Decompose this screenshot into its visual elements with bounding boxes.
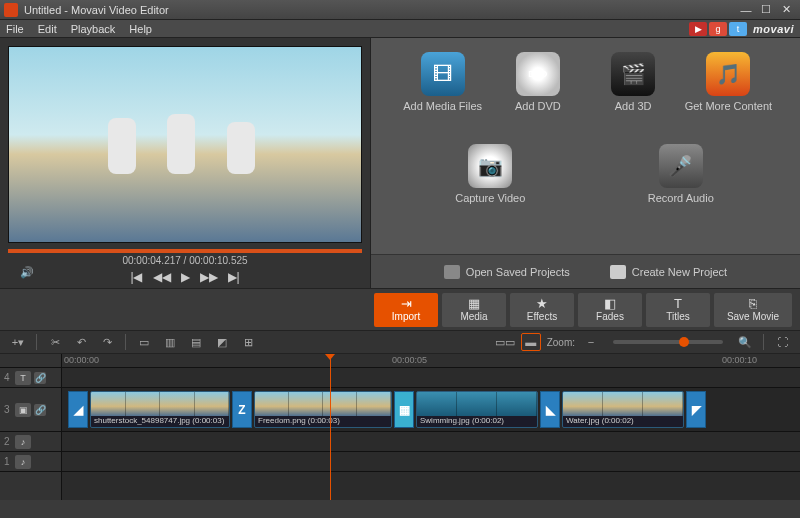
volume-icon[interactable]: 🔊 [20,266,34,279]
import-panel: 🎞Add Media Files DVDAdd DVD 🎬Add 3D 🎵Get… [370,38,800,288]
timecode-display: 00:00:04.217 / 00:00:10.525 [8,255,362,266]
clip-label: shutterstock_54898747.jpg (0:00:03) [91,416,229,427]
tab-titles[interactable]: TTitles [646,293,710,327]
microphone-icon: 🎤 [659,144,703,188]
audio-track-icon: ♪ [15,455,31,469]
menu-playback[interactable]: Playback [71,23,116,35]
track-3[interactable]: ◢ shutterstock_54898747.jpg (0:00:03) Z … [62,388,800,432]
track-header-2[interactable]: 2♪ [0,432,61,452]
tab-fades[interactable]: ◧Fades [578,293,642,327]
tab-media[interactable]: ▦Media [442,293,506,327]
cut-button[interactable]: ✂ [45,333,65,351]
clip-3[interactable]: Swimming.jpg (0:00:02) [416,391,538,428]
transition-clip[interactable]: Z [232,391,252,428]
open-projects-button[interactable]: Open Saved Projects [444,265,570,279]
track-4[interactable] [62,368,800,388]
folder-icon [444,265,460,279]
video-track-icon: ▣ [15,403,31,417]
track-1[interactable] [62,452,800,472]
next-clip-button[interactable]: ▶| [228,270,240,284]
redo-button[interactable]: ↷ [97,333,117,351]
media-icon: ▦ [468,297,480,310]
view-a-button[interactable]: ▭▭ [495,333,515,351]
prev-clip-button[interactable]: |◀ [130,270,142,284]
star-icon: ★ [536,297,548,310]
tab-effects[interactable]: ★Effects [510,293,574,327]
youtube-icon[interactable]: ▶ [689,22,707,36]
titles-icon: T [674,297,682,310]
close-button[interactable]: ✕ [776,3,796,17]
dvd-icon: DVD [516,52,560,96]
tool-c-button[interactable]: ▤ [186,333,206,351]
maximize-button[interactable]: ☐ [756,3,776,17]
tool-a-button[interactable]: ▭ [134,333,154,351]
time-ruler[interactable]: 00:00:00 00:00:05 00:00:10 [62,354,800,368]
clip-label: Swimming.jpg (0:00:02) [417,416,537,427]
clip-label: Freedom.png (0:00:03) [255,416,391,427]
add-3d-button[interactable]: 🎬Add 3D [588,52,678,144]
add-media-button[interactable]: 🎞Add Media Files [398,52,488,144]
tool-b-button[interactable]: ▥ [160,333,180,351]
step-fwd-button[interactable]: ▶▶ [200,270,218,284]
link-icon[interactable]: 🔗 [34,404,46,416]
playhead[interactable] [330,354,331,500]
zoom-in-button[interactable]: 🔍 [735,333,755,351]
import-icon: ⇥ [401,297,412,310]
clip-2[interactable]: Freedom.png (0:00:03) [254,391,392,428]
clip-1[interactable]: shutterstock_54898747.jpg (0:00:03) [90,391,230,428]
zoom-out-button[interactable]: − [581,333,601,351]
brand-label: movavi [753,23,794,35]
create-project-button[interactable]: Create New Project [610,265,727,279]
menubar: File Edit Playback Help ▶ g t movavi [0,20,800,38]
transition-clip[interactable]: ◢ [68,391,88,428]
menu-help[interactable]: Help [129,23,152,35]
twitter-icon[interactable]: t [729,22,747,36]
step-back-button[interactable]: ◀◀ [153,270,171,284]
transition-clip[interactable]: ▦ [394,391,414,428]
film-icon: 🎞 [421,52,465,96]
tool-e-button[interactable]: ⊞ [238,333,258,351]
audio-track-icon: ♪ [15,435,31,449]
app-logo-icon [4,3,18,17]
menu-file[interactable]: File [6,23,24,35]
tool-d-button[interactable]: ◩ [212,333,232,351]
get-more-button[interactable]: 🎵Get More Content [683,52,773,144]
mode-tabbar: ⇥Import ▦Media ★Effects ◧Fades TTitles ⎘… [0,288,800,330]
track-header-3[interactable]: 3▣🔗 [0,388,61,432]
add-dvd-button[interactable]: DVDAdd DVD [493,52,583,144]
tab-import[interactable]: ⇥Import [374,293,438,327]
transition-clip[interactable]: ◣ [540,391,560,428]
google-plus-icon[interactable]: g [709,22,727,36]
fit-button[interactable]: ⛶ [772,333,792,351]
ruler-tick: 00:00:05 [392,355,427,365]
clip-4[interactable]: Water.jpg (0:00:02) [562,391,684,428]
zoom-slider[interactable] [613,340,723,344]
video-preview[interactable] [8,46,362,243]
preview-seekbar[interactable] [8,249,362,253]
zoom-label: Zoom: [547,337,575,348]
track-header-4[interactable]: 4T🔗 [0,368,61,388]
webcam-icon: 📷 [468,144,512,188]
content-icon: 🎵 [706,52,750,96]
minimize-button[interactable]: — [736,3,756,17]
capture-video-button[interactable]: 📷Capture Video [445,144,535,236]
menu-edit[interactable]: Edit [38,23,57,35]
add-track-button[interactable]: +▾ [8,333,28,351]
ruler-tick: 00:00:10 [722,355,757,365]
zoom-knob[interactable] [679,337,689,347]
link-icon[interactable]: 🔗 [34,372,46,384]
track-area[interactable]: 00:00:00 00:00:05 00:00:10 ◢ shutterstoc… [62,354,800,500]
fades-icon: ◧ [604,297,616,310]
record-audio-button[interactable]: 🎤Record Audio [636,144,726,236]
undo-button[interactable]: ↶ [71,333,91,351]
export-icon: ⎘ [749,297,757,310]
tab-save-movie[interactable]: ⎘Save Movie [714,293,792,327]
track-header-1[interactable]: 1♪ [0,452,61,472]
track-2[interactable] [62,432,800,452]
title-track-icon: T [15,371,31,385]
track-headers: 4T🔗 3▣🔗 2♪ 1♪ [0,354,62,500]
clip-label: Water.jpg (0:00:02) [563,416,683,427]
view-b-button[interactable]: ▬ [521,333,541,351]
transition-clip[interactable]: ◤ [686,391,706,428]
play-button[interactable]: ▶ [181,270,190,284]
